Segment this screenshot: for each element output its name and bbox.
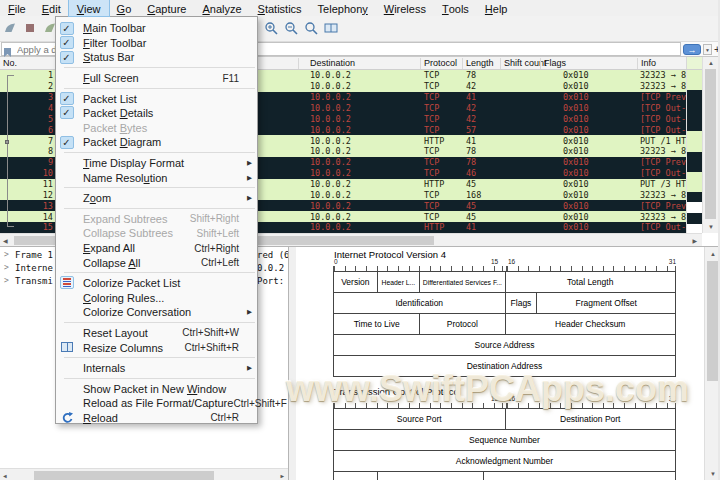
ruler-label-31: 31 xyxy=(669,395,676,402)
cell-destination: 10.0.0.2 xyxy=(310,168,351,178)
menubar-item-go[interactable]: Go xyxy=(109,0,140,16)
vscroll-thumb[interactable] xyxy=(705,69,716,219)
scroll-right-arrow[interactable]: ▶ xyxy=(692,238,697,244)
menubar-item-statistics[interactable]: Statistics xyxy=(250,0,310,16)
view-menu-item-reset-layout[interactable]: Reset LayoutCtrl+Shift+W xyxy=(56,326,257,341)
details-hscrollbar[interactable]: ◀ ▶ xyxy=(0,468,288,480)
menubar-item-tools[interactable]: Tools xyxy=(434,0,477,16)
diagram-field-version[interactable]: Version xyxy=(334,272,377,292)
column-divider[interactable] xyxy=(462,58,463,69)
diagram-vscrollbar[interactable]: ▲ ▼ xyxy=(704,247,720,480)
view-menu-item-colorize-conversation[interactable]: Colorize Conversation▶ xyxy=(56,305,257,320)
view-menu-item-zoom[interactable]: Zoom▶ xyxy=(56,191,257,206)
zoom-out-icon[interactable] xyxy=(283,20,299,36)
diagram-field-differentiated-services-f[interactable]: Differentiated Services F... xyxy=(419,272,504,292)
scroll-up-arrow[interactable]: ▲ xyxy=(708,60,714,66)
column-divider[interactable] xyxy=(420,58,421,69)
column-divider[interactable] xyxy=(540,58,541,69)
column-header-destination[interactable]: Destination xyxy=(310,58,355,68)
zoom-in-icon[interactable] xyxy=(263,20,279,36)
view-menu-item-status-bar[interactable]: ✓Status Bar xyxy=(56,50,257,65)
diagram-field-blank[interactable] xyxy=(377,472,484,480)
diagram-field-protocol[interactable]: Protocol xyxy=(419,314,504,334)
view-menu-item-packet-details[interactable]: ✓Packet Details xyxy=(56,106,257,121)
menubar-item-help[interactable]: Help xyxy=(477,0,516,16)
view-menu-item-colorize-packet-list[interactable]: Colorize Packet List xyxy=(56,276,257,291)
intelligent-scrollbar[interactable] xyxy=(686,70,702,233)
cell-info: 32323 → 80 xyxy=(640,81,686,91)
start-capture-icon[interactable] xyxy=(2,20,18,36)
apply-filter-button[interactable]: → xyxy=(683,44,701,55)
view-menu-item-time-display-format[interactable]: Time Display Format▶ xyxy=(56,156,257,171)
menubar-item-capture[interactable]: Capture xyxy=(139,0,194,16)
column-header-protocol[interactable]: Protocol xyxy=(424,58,457,68)
column-divider[interactable] xyxy=(500,58,501,69)
scroll-down-arrow[interactable]: ▼ xyxy=(708,224,714,230)
diagram-field-header-l[interactable]: Header L... xyxy=(377,272,420,292)
diagram-field-time-to-live[interactable]: Time to Live xyxy=(334,314,419,334)
diagram-table: VersionHeader L...Differentiated Service… xyxy=(333,271,676,377)
column-header-length[interactable]: Length xyxy=(466,58,494,68)
diagram-field-source-port[interactable]: Source Port xyxy=(334,409,505,429)
diagram-field-fragment-offset[interactable]: Fragment Offset xyxy=(536,293,675,313)
menu-item-label: Collapse All xyxy=(83,257,141,269)
view-menu-item-reload-as-file-format-capture[interactable]: Reload as File Format/CaptureCtrl+Shift+… xyxy=(56,396,257,411)
menubar-item-telephony[interactable]: Telephony xyxy=(310,0,376,16)
view-menu-item-name-resolution[interactable]: Name Resolution▶ xyxy=(56,170,257,185)
filter-bookmark-icon[interactable] xyxy=(3,44,13,62)
column-header-flags[interactable]: Flags xyxy=(544,58,566,68)
column-header-info[interactable]: Info xyxy=(641,58,656,68)
diagram-scroll-up-arrow[interactable]: ▲ xyxy=(710,251,716,257)
view-menu-item-collapse-subtrees[interactable]: Collapse SubtreesShift+Left xyxy=(56,226,257,241)
column-divider[interactable] xyxy=(298,58,299,69)
menubar-item-edit[interactable]: Edit xyxy=(34,0,69,16)
view-menu-item-internals[interactable]: Internals▶ xyxy=(56,361,257,376)
view-menu-item-expand-all[interactable]: Expand AllCtrl+Right xyxy=(56,241,257,256)
packet-list-vscrollbar[interactable]: ▲ ▼ xyxy=(702,57,718,233)
zoom-original-icon[interactable] xyxy=(303,20,319,36)
menubar-item-wireless[interactable]: Wireless xyxy=(376,0,434,16)
view-menu-item-coloring-rules[interactable]: Coloring Rules... xyxy=(56,291,257,306)
diagram-field-destination-port[interactable]: Destination Port xyxy=(505,409,676,429)
menubar-item-view[interactable]: View xyxy=(69,0,109,16)
details-hscroll-thumb[interactable] xyxy=(34,471,214,480)
details-scroll-right-arrow[interactable]: ▶ xyxy=(280,473,284,479)
view-menu-item-full-screen[interactable]: Full ScreenF11 xyxy=(56,71,257,86)
diagram-field-blank[interactable] xyxy=(334,472,377,480)
view-menu-item-collapse-all[interactable]: Collapse AllCtrl+Left xyxy=(56,255,257,270)
diagram-field-blank[interactable] xyxy=(483,472,675,480)
diagram-field-identification[interactable]: Identification xyxy=(334,293,505,313)
view-menu-item-filter-toolbar[interactable]: ✓Filter Toolbar xyxy=(56,36,257,51)
view-menu-item-reload[interactable]: ReloadCtrl+R xyxy=(56,411,257,426)
view-menu-item-main-toolbar[interactable]: ✓Main Toolbar xyxy=(56,21,257,36)
pane-splitter[interactable] xyxy=(289,246,296,480)
scroll-left-arrow[interactable]: ◀ xyxy=(3,238,8,244)
menubar-item-analyze[interactable]: Analyze xyxy=(194,0,249,16)
add-filter-button[interactable]: + xyxy=(714,43,720,55)
menubar-item-file[interactable]: File xyxy=(0,0,34,16)
diagram-field-sequence-number[interactable]: Sequence Number xyxy=(334,430,675,450)
diagram-field-total-length[interactable]: Total Length xyxy=(505,272,676,292)
expander-icon[interactable]: > xyxy=(4,263,9,272)
expander-icon[interactable]: > xyxy=(4,250,9,259)
diagram-field-header-checksum[interactable]: Header Checksum xyxy=(505,314,676,334)
view-menu-item-show-packet-in-new-window[interactable]: Show Packet in New Window xyxy=(56,381,257,396)
view-menu-item-packet-diagram[interactable]: ✓Packet Diagram xyxy=(56,135,257,150)
diagram-vscroll-thumb[interactable] xyxy=(707,261,718,381)
diagram-field-acknowledgment-number[interactable]: Acknowledgment Number xyxy=(334,451,675,471)
expander-icon[interactable]: > xyxy=(4,276,9,285)
filter-dropdown-caret[interactable]: ▼ xyxy=(703,44,712,55)
details-scroll-left-arrow[interactable]: ◀ xyxy=(3,473,7,479)
resize-columns-icon[interactable] xyxy=(323,20,339,36)
diagram-field-source-address[interactable]: Source Address xyxy=(334,335,675,355)
diagram-scroll-down-arrow[interactable]: ▼ xyxy=(710,471,716,477)
view-menu-item-resize-columns[interactable]: Resize ColumnsCtrl+Shift+R xyxy=(56,340,257,355)
diagram-field-destination-address[interactable]: Destination Address xyxy=(334,356,675,376)
diagram-field-flags[interactable]: Flags xyxy=(505,293,537,313)
stop-capture-icon[interactable] xyxy=(22,20,38,36)
view-menu-item-packet-bytes[interactable]: Packet Bytes xyxy=(56,121,257,136)
cell-protocol: HTTP xyxy=(424,136,444,146)
view-menu-item-packet-list[interactable]: ✓Packet List xyxy=(56,91,257,106)
column-divider[interactable] xyxy=(637,58,638,69)
view-menu-item-expand-subtrees[interactable]: Expand SubtreesShift+Right xyxy=(56,212,257,227)
